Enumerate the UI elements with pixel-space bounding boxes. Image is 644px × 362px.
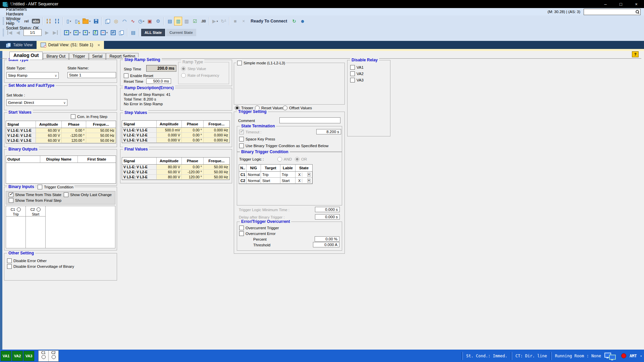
- enable-reset-checkbox[interactable]: Enable Reset: [124, 73, 153, 78]
- all-state-button[interactable]: ALL State: [141, 29, 165, 36]
- tab-detail-view[interactable]: Detail View: (S1: State 1) ×: [37, 41, 104, 49]
- or-radio[interactable]: OR: [295, 157, 307, 162]
- help-button[interactable]: ?: [632, 51, 639, 57]
- disable-error-other-checkbox[interactable]: Disable Error Other: [7, 258, 47, 263]
- state-dropdown-icon[interactable]: ▾: [307, 179, 311, 183]
- minimize-button[interactable]: –: [598, 0, 613, 8]
- va-status-box[interactable]: VA3: [23, 351, 34, 361]
- analog-wave-icon[interactable]: ∿: [14, 17, 22, 25]
- timeout-checkbox[interactable]: Timeout :: [239, 130, 262, 134]
- set-mode-select[interactable]: General: Direct ∨: [6, 99, 67, 106]
- check-window-icon[interactable]: ☑: [191, 17, 199, 25]
- run-icon[interactable]: ▶▾: [211, 17, 219, 25]
- reset-time-field[interactable]: 500.0 ms: [146, 78, 171, 84]
- open-file-icon[interactable]: ▾: [82, 17, 92, 25]
- new-file-icon[interactable]: ▯▾: [65, 17, 73, 25]
- simple-mode-checkbox[interactable]: Simple mode (L1-L2-L3): [236, 61, 286, 65]
- comment-input[interactable]: [279, 117, 340, 123]
- hook-icon[interactable]: ◠: [120, 17, 128, 25]
- table-row[interactable]: V L1-E: V L1-E500.0 mV0.00 °0.000 Hz: [122, 128, 229, 133]
- trigger-condition-checkbox[interactable]: Trigger Condition: [37, 185, 74, 189]
- va-status-box[interactable]: VA2: [12, 351, 23, 361]
- move-state-icon[interactable]: ⇄: [109, 28, 117, 37]
- insert-state-before-icon[interactable]: +▾: [72, 28, 82, 37]
- gears-icon[interactable]: ⚙: [154, 17, 162, 25]
- add-state-icon[interactable]: +▾: [63, 28, 72, 37]
- disable-relay-checkbox[interactable]: VA2: [350, 71, 364, 76]
- tab-table-view[interactable]: Table View: [2, 41, 37, 49]
- meter-icon[interactable]: ◔: [6, 17, 14, 25]
- save-icon[interactable]: [92, 17, 100, 25]
- table-row[interactable]: V L1-E: V L1-E80.00 V0.00 °50.00 Hz: [122, 165, 229, 170]
- abs-button[interactable]: abs: [31, 17, 41, 25]
- new-wizard-icon[interactable]: ▯★▾: [73, 17, 81, 25]
- step-time-field[interactable]: 200.0 ms: [146, 65, 176, 72]
- page-indicator[interactable]: 1/1: [23, 29, 42, 36]
- maximize-button[interactable]: □: [613, 0, 629, 8]
- copy-state-icon[interactable]: [117, 28, 125, 37]
- detail-window-icon[interactable]: ▥: [174, 17, 182, 25]
- binary-input-channel[interactable]: C2 Start: [26, 206, 46, 248]
- copy-icon[interactable]: [104, 17, 112, 25]
- connection-computers-icon[interactable]: [604, 352, 618, 360]
- detail-view-icon[interactable]: ▣: [146, 17, 154, 25]
- refresh-connection-icon[interactable]: ↻: [290, 17, 298, 25]
- search-input[interactable]: [584, 10, 635, 14]
- panel-view-icon[interactable]: ▤: [129, 28, 137, 37]
- insert-state-after-icon[interactable]: +▾: [82, 28, 91, 37]
- delay-field[interactable]: 0.000 s: [315, 214, 340, 220]
- menu-item[interactable]: View: [3, 0, 42, 2]
- amt-dropdown-icon[interactable]: ▾: [640, 354, 642, 358]
- show-time-final-step-checkbox[interactable]: Show Time from Final Step: [9, 198, 61, 203]
- abort-icon[interactable]: ×: [239, 17, 248, 25]
- phasor-clock-icon[interactable]: ◷▾: [137, 17, 145, 25]
- overcurrent-trigger-checkbox[interactable]: Overcurrent Trigger: [239, 226, 279, 230]
- percent-field[interactable]: 0.00 %: [315, 236, 339, 242]
- table-row[interactable]: V L3-E: V L3-E60.00 V120.00 °50.00 Hz: [6, 138, 116, 143]
- delete-state-icon[interactable]: −▾: [100, 28, 109, 37]
- next-state-icon[interactable]: ▶: [43, 28, 51, 37]
- rel-button[interactable]: rel: [22, 17, 31, 25]
- menu-item[interactable]: Test: [3, 2, 42, 7]
- table-row[interactable]: V L2-E: V L2-E60.00 V-120.00 °50.00 Hz: [6, 133, 116, 138]
- close-button[interactable]: ×: [629, 0, 644, 8]
- overcurrent-error-checkbox[interactable]: Overcurrent Error: [239, 231, 275, 236]
- current-state-button[interactable]: Current State: [166, 29, 196, 36]
- goto-state-icon[interactable]: Z: [91, 28, 99, 37]
- tab-binary-out[interactable]: Binary Out: [43, 53, 69, 60]
- rate-of-frequency-radio[interactable]: Rate of Frequency: [181, 73, 219, 78]
- stop-icon[interactable]: ■: [231, 17, 239, 25]
- tab-serial[interactable]: Serial: [89, 53, 106, 60]
- channel-status-cell[interactable]: C1: [39, 351, 49, 361]
- state-dropdown-icon[interactable]: ▾: [307, 173, 311, 177]
- prev-state-icon[interactable]: ◀: [14, 28, 22, 37]
- wave-compare-icon[interactable]: ∿: [129, 17, 137, 25]
- tab-analog-out[interactable]: Analog Out: [9, 52, 43, 60]
- table-row[interactable]: V L3-E: V L3-E80.00 V120.00 °50.00 Hz: [122, 175, 229, 180]
- trigger-condition-row[interactable]: C1NormalTripTrip X▾: [239, 172, 312, 178]
- trigger-condition-row[interactable]: C2NormalStartStart X▾: [239, 178, 312, 184]
- and-radio[interactable]: AND: [277, 157, 292, 162]
- fader-icon[interactable]: ╏╏: [45, 17, 53, 25]
- report-window-icon[interactable]: ▥: [182, 17, 191, 25]
- search-icon[interactable]: [635, 10, 640, 14]
- table-row[interactable]: V L2-E: V L2-E60.00 V-120.00 °50.00 Hz: [122, 170, 229, 175]
- step-value-radio[interactable]: Step Value: [181, 66, 206, 71]
- tape-icon[interactable]: ◎: [112, 17, 120, 25]
- con-in-freq-checkbox[interactable]: Con. in Freq Step: [71, 114, 107, 119]
- space-key-press-checkbox[interactable]: Space Key Press: [239, 137, 275, 141]
- amt-status-label[interactable]: AMT: [630, 354, 637, 358]
- first-state-icon[interactable]: ◀: [6, 28, 14, 37]
- min-time-field[interactable]: 0.000 s: [315, 207, 340, 212]
- va-status-box[interactable]: VA1: [1, 351, 11, 361]
- tab-trigger[interactable]: Trigger: [69, 53, 89, 60]
- menu-item[interactable]: Parameters: [3, 7, 42, 12]
- table-row[interactable]: V L3-E: V L3-E0.000 V0.00 °0.000 Hz: [122, 138, 229, 143]
- disable-error-overvoltage-checkbox[interactable]: Disable Error Overvoltage of Binary: [7, 264, 74, 269]
- tab-close-icon[interactable]: ×: [98, 43, 100, 48]
- menu-item[interactable]: Hardware: [3, 12, 42, 16]
- loop-once-icon[interactable]: ↻¹: [219, 17, 227, 25]
- binary-input-channel[interactable]: C1 Trip: [6, 206, 26, 248]
- disable-relay-checkbox[interactable]: VA1: [350, 65, 364, 70]
- table-row[interactable]: V L1-E: V L1-E60.00 V0.00 °50.00 Hz: [6, 128, 116, 133]
